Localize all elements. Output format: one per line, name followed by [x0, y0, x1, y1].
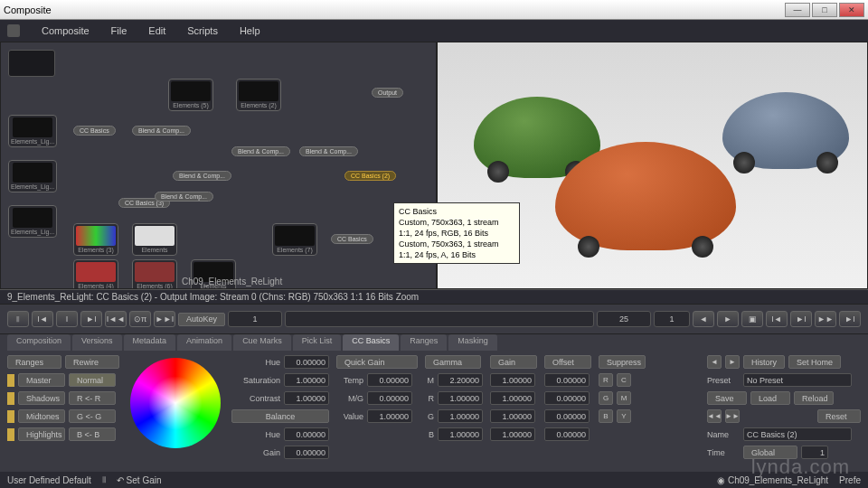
menu-scripts[interactable]: Scripts: [187, 25, 218, 36]
menu-edit[interactable]: Edit: [148, 25, 165, 36]
tab-versions[interactable]: Versions: [72, 334, 122, 351]
current-frame-field[interactable]: 1: [228, 311, 282, 327]
node-blend2[interactable]: Blend & Comp...: [231, 146, 290, 156]
next-key-button[interactable]: ►►I: [154, 311, 175, 327]
tab-cuemarks[interactable]: Cue Marks: [233, 334, 291, 351]
temp-field[interactable]: 0.00000: [367, 373, 412, 387]
quickgain-button[interactable]: Quick Gain: [336, 355, 418, 369]
range-in-button[interactable]: I◄: [32, 311, 53, 327]
node-cc2-highlighted[interactable]: CC Basics (2): [344, 171, 396, 181]
gamma-button[interactable]: Gamma: [425, 355, 481, 369]
suppress-button[interactable]: Suppress: [599, 355, 646, 369]
sup-c-button[interactable]: C: [617, 373, 631, 387]
gain2-button[interactable]: Gain: [490, 355, 537, 369]
node-blend3[interactable]: Blend & Comp...: [299, 146, 358, 156]
key-button[interactable]: ⊙π: [129, 311, 151, 327]
nav-back-button[interactable]: ◄: [707, 355, 722, 369]
sup-r-button[interactable]: R: [599, 373, 613, 387]
contrast-field[interactable]: 1.00000: [284, 391, 329, 405]
normal-button[interactable]: Normal: [69, 373, 116, 387]
sat-field[interactable]: 1.00000: [284, 373, 329, 387]
maximize-button[interactable]: □: [812, 3, 837, 17]
bb-button[interactable]: B <- B: [69, 427, 116, 441]
history-button[interactable]: History: [743, 355, 785, 369]
node-graph-panel[interactable]: Elements (5) Elements (2) Output Element…: [0, 42, 437, 289]
mark-in-button[interactable]: I: [56, 311, 78, 327]
rewire-button[interactable]: Rewire: [65, 355, 119, 369]
node-e3[interactable]: Elements (3): [73, 223, 118, 256]
play-loop-button[interactable]: ▣: [741, 311, 763, 327]
timeline-track[interactable]: [285, 311, 594, 327]
sethome-button[interactable]: Set Home: [788, 355, 841, 369]
off-b-field[interactable]: 0.00000: [544, 427, 590, 441]
reset-button[interactable]: Reset: [817, 409, 861, 423]
close-button[interactable]: ✕: [839, 3, 864, 17]
offset-button[interactable]: Offset: [544, 355, 591, 369]
tab-ranges[interactable]: Ranges: [401, 334, 447, 351]
off-m-field[interactable]: 0.00000: [544, 373, 590, 387]
gamma-b-field[interactable]: 1.00000: [438, 427, 483, 441]
node-ccb[interactable]: CC Basics: [331, 234, 373, 244]
sup-y-button[interactable]: Y: [617, 409, 631, 423]
highlights-button[interactable]: Highlights: [18, 427, 65, 441]
tab-composition[interactable]: Composition: [7, 334, 71, 351]
menu-file[interactable]: File: [111, 25, 127, 36]
gain-r-field[interactable]: 1.00000: [490, 391, 535, 405]
preset-field[interactable]: No Preset: [743, 373, 852, 387]
play-button[interactable]: ►: [717, 311, 739, 327]
tab-picklist[interactable]: Pick List: [293, 334, 342, 351]
gg-button[interactable]: G <- G: [69, 409, 116, 423]
gamma-g-field[interactable]: 1.00000: [438, 409, 483, 423]
rr-button[interactable]: R <- R: [69, 391, 116, 405]
mg-field[interactable]: 0.00000: [367, 391, 412, 405]
gain-g-field[interactable]: 1.00000: [490, 409, 535, 423]
step-back-button[interactable]: I◄: [766, 311, 788, 327]
node-elig2[interactable]: Elements_Lig...: [8, 160, 57, 192]
tab-masking[interactable]: Masking: [448, 334, 497, 351]
node-blend1[interactable]: Blend & Comp...: [132, 126, 191, 136]
gamma-m-field[interactable]: 2.20000: [438, 373, 483, 387]
balance-button[interactable]: Balance: [231, 409, 329, 423]
node-elements2[interactable]: Elements (2): [236, 79, 281, 111]
node-elements[interactable]: Elements (5): [168, 79, 213, 111]
minimize-button[interactable]: —: [785, 3, 810, 17]
name-field[interactable]: CC Basics (2): [743, 427, 852, 441]
node-blend4[interactable]: Blend & Comp...: [173, 171, 231, 181]
autokey-button[interactable]: AutoKey: [178, 313, 225, 326]
value-field[interactable]: 1.00000: [367, 409, 412, 423]
midtones-button[interactable]: Midtones: [18, 409, 65, 423]
node-e6[interactable]: Elements (6): [132, 259, 177, 289]
menu-help[interactable]: Help: [240, 25, 260, 36]
node-elig1[interactable]: Elements_Lig...: [8, 115, 57, 147]
ranges-button[interactable]: Ranges: [7, 355, 61, 369]
hist-next-button[interactable]: ►►: [725, 409, 740, 423]
hist-prev-button[interactable]: ◄◄: [707, 409, 722, 423]
node-blend5[interactable]: Blend & Comp...: [155, 192, 213, 202]
node-elig3[interactable]: Elements_Lig...: [8, 205, 57, 238]
node-output[interactable]: Output: [372, 88, 403, 98]
shadows-button[interactable]: Shadows: [18, 391, 65, 405]
node-e4[interactable]: Elements (4): [73, 259, 118, 289]
step-fwd-button[interactable]: ►I: [790, 311, 812, 327]
prev-key-button[interactable]: I◄◄: [105, 311, 127, 327]
sup-g-button[interactable]: G: [599, 391, 613, 405]
gain-field[interactable]: 0.00000: [284, 446, 329, 459]
color-wheel[interactable]: [130, 358, 221, 448]
goto-end-button[interactable]: ►I: [839, 311, 861, 327]
end-frame-field[interactable]: 25: [597, 311, 651, 327]
nav-fwd-button[interactable]: ►: [725, 355, 740, 369]
node-e7[interactable]: Elements (7): [272, 223, 317, 256]
gamma-r-field[interactable]: 1.00000: [438, 391, 483, 405]
reload-button[interactable]: Reload: [794, 391, 834, 405]
load-button[interactable]: Load: [750, 391, 790, 405]
off-r-field[interactable]: 0.00000: [544, 391, 590, 405]
sup-b-button[interactable]: B: [599, 409, 613, 423]
master-button[interactable]: Master: [18, 373, 65, 387]
range-out-button[interactable]: ►I: [80, 311, 102, 327]
tab-ccbasics[interactable]: CC Basics: [343, 334, 399, 351]
tab-animation[interactable]: Animation: [177, 334, 231, 351]
save-button[interactable]: Save: [707, 391, 747, 405]
tab-metadata[interactable]: Metadata: [124, 334, 176, 351]
gain-b-field[interactable]: 1.00000: [490, 427, 535, 441]
node-elements-w[interactable]: Elements: [132, 223, 177, 256]
